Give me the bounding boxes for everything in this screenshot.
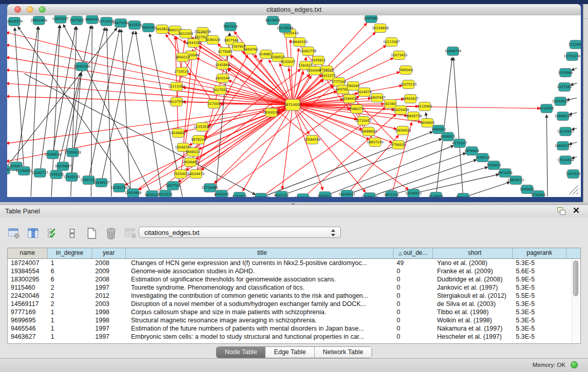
table-row[interactable]: 977716911998Corpus callosum shape and si…	[8, 308, 580, 316]
graph-node[interactable]: 2603144	[215, 74, 230, 83]
graph-node[interactable]: 1023331	[158, 190, 172, 198]
graph-node[interactable]: 9890112	[176, 53, 190, 62]
graph-node[interactable]: 12042737	[32, 169, 49, 178]
graph-node[interactable]: 20364436	[341, 95, 358, 103]
citation-edge-red[interactable]	[7, 32, 289, 104]
graph-node[interactable]: 1624574	[357, 88, 372, 97]
graph-node[interactable]: 317008	[208, 100, 220, 108]
graph-node[interactable]: 8812341	[456, 193, 470, 198]
canvas-resize-grip[interactable]	[569, 185, 578, 194]
graph-node[interactable]: 18724007	[284, 99, 302, 111]
graph-node[interactable]: 7955812	[311, 56, 325, 65]
graph-node[interactable]: 18300295	[263, 108, 280, 117]
graph-node[interactable]: 8878334	[191, 136, 206, 144]
scrollbar-thumb[interactable]	[573, 260, 578, 296]
citation-edge-black[interactable]	[426, 113, 427, 119]
graph-node[interactable]: 18640910	[291, 38, 308, 47]
graph-node[interactable]: 10653287	[52, 15, 69, 24]
tab-node-table[interactable]: Node Table	[216, 347, 266, 358]
graph-node[interactable]: 1145190	[49, 170, 63, 179]
citation-edge-black[interactable]	[63, 25, 150, 191]
graph-node[interactable]: 10025458	[393, 106, 409, 115]
graph-node[interactable]: 9791442	[531, 191, 546, 198]
graph-node[interactable]: 12505185	[63, 173, 80, 182]
graph-node[interactable]: 12093821	[552, 97, 569, 106]
graph-node[interactable]: 9699695	[420, 119, 434, 127]
network-window-titlebar[interactable]: citations_edges.txt	[7, 4, 581, 16]
citation-edge-black[interactable]	[91, 26, 92, 196]
graph-node[interactable]: 8186328	[206, 36, 220, 45]
graph-node[interactable]: 8413054	[266, 16, 280, 25]
citation-edge-red[interactable]	[306, 114, 396, 195]
column-header-name[interactable]: name	[8, 248, 48, 258]
graph-node[interactable]: 20891406	[31, 16, 48, 25]
graph-node[interactable]: 18807249	[367, 138, 384, 147]
graph-node[interactable]: 10294511	[405, 189, 422, 198]
graph-node[interactable]: 16543382	[185, 39, 202, 48]
table-mode-icon[interactable]	[66, 227, 79, 240]
graph-node[interactable]: 16848794	[445, 47, 462, 56]
citation-edge-black[interactable]	[329, 145, 453, 194]
graph-node[interactable]: 7485063	[399, 66, 413, 75]
graph-node[interactable]: 15692971	[555, 142, 572, 150]
citation-edge-red[interactable]	[234, 31, 290, 101]
graph-node[interactable]: 20206526	[45, 150, 61, 159]
citation-edge-black[interactable]	[467, 182, 510, 196]
column-header-in_degree[interactable]: in_degree	[48, 248, 92, 258]
citation-edge-black[interactable]	[374, 160, 477, 195]
graph-node[interactable]: 18405574	[7, 17, 23, 26]
graph-node[interactable]: 18495758	[405, 112, 422, 121]
graph-node[interactable]: 16935421	[339, 190, 356, 198]
graph-node[interactable]: 10654112	[508, 176, 525, 185]
graph-node[interactable]: 9777169	[332, 78, 346, 86]
graph-node[interactable]: 11156819	[16, 167, 33, 176]
citation-edge-black[interactable]	[453, 57, 463, 193]
graph-node[interactable]: 10688609	[360, 127, 377, 136]
table-row[interactable]: 946554611997Estimation of the future num…	[8, 324, 580, 333]
table-settings-icon[interactable]	[7, 227, 20, 240]
graph-node[interactable]: 7986372	[350, 105, 364, 114]
column-header-short[interactable]: short	[433, 248, 513, 258]
graph-node[interactable]: 8471676	[498, 169, 512, 178]
graph-node[interactable]: 12213383	[168, 82, 185, 91]
graph-node[interactable]: 12444104	[555, 112, 572, 121]
graph-node[interactable]: 9227343	[557, 83, 572, 92]
graph-node[interactable]: 16961758	[300, 47, 317, 56]
graph-node[interactable]: 8958923	[441, 133, 455, 141]
delete-column-icon[interactable]	[104, 227, 118, 240]
graph-node[interactable]: 7661540	[141, 24, 156, 32]
graph-node[interactable]: 9245011	[318, 192, 332, 198]
table-row[interactable]: 911546021997Tourette syndrome. Phenomeno…	[8, 283, 580, 292]
tab-edge-table[interactable]: Edge Table	[266, 347, 314, 358]
citation-edge-red[interactable]	[214, 108, 290, 184]
graph-node[interactable]: 15584554	[304, 136, 321, 144]
citation-edge-black[interactable]	[286, 139, 442, 194]
table-row[interactable]: 1456911722003Disruption of a novel membe…	[8, 300, 580, 308]
table-scrollbar[interactable]	[572, 259, 579, 343]
graph-node[interactable]: 12923468	[125, 189, 142, 198]
graph-node[interactable]: 16210643	[557, 127, 574, 136]
graph-node[interactable]: 7857224	[223, 23, 237, 31]
citation-edge-black[interactable]	[571, 68, 577, 71]
citation-edge-black[interactable]	[17, 27, 38, 162]
graph-node[interactable]: 9457791	[166, 182, 180, 190]
graph-node[interactable]: 9124505	[429, 192, 443, 198]
graph-node[interactable]: 11353594	[194, 123, 211, 132]
graph-node[interactable]: 19654923	[395, 126, 411, 135]
graph-node[interactable]: 19218586	[277, 24, 294, 33]
citation-edge-red[interactable]	[176, 36, 181, 68]
graph-node[interactable]: 9115460	[418, 102, 432, 111]
splitter-handle[interactable]	[292, 203, 295, 205]
graph-node[interactable]: 9353972	[232, 192, 247, 198]
graph-node[interactable]: 16107554	[168, 98, 185, 106]
citation-edge-black[interactable]	[547, 115, 548, 196]
graph-node[interactable]: 2718126	[175, 68, 189, 76]
graph-node[interactable]: 8591332	[274, 191, 289, 198]
graph-node[interactable]: 9427552	[213, 86, 227, 95]
citation-edge-black[interactable]	[437, 57, 452, 192]
graph-node[interactable]: 12049123	[361, 193, 378, 198]
graph-node[interactable]: 8215958	[539, 104, 554, 113]
graph-node[interactable]: 19166827	[170, 129, 187, 138]
table-row[interactable]: 1938455462009Genome-wide association stu…	[8, 267, 580, 275]
graph-node[interactable]: 11239441	[295, 194, 312, 198]
